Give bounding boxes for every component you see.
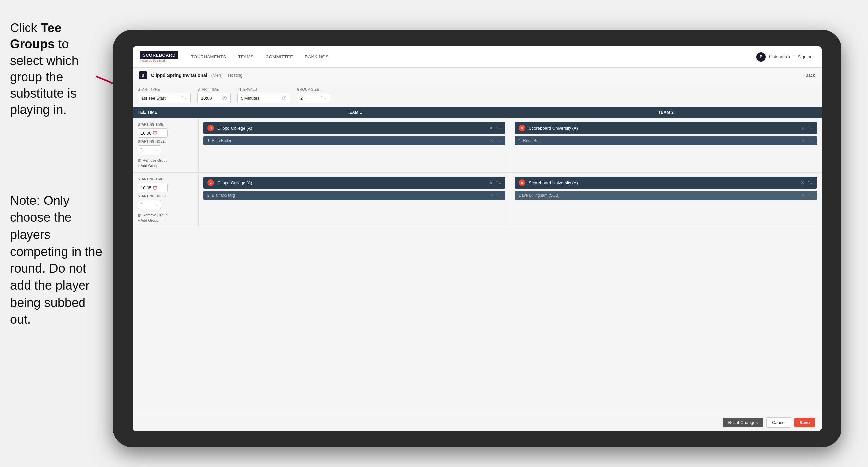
group-1-team2-actions: ✕ ⌃⌄ bbox=[801, 126, 813, 130]
group-size-label: Group Size bbox=[297, 88, 330, 91]
instruction-prefix: Click bbox=[10, 21, 41, 35]
user-name: blair admin bbox=[769, 54, 790, 59]
group-size-chevron: ⌃⌄ bbox=[320, 96, 326, 100]
time-clock-1: ⏰ bbox=[153, 131, 165, 135]
group-2-team2-actions: ✕ ⌃⌄ bbox=[801, 180, 813, 185]
group-1-player2-remove[interactable]: ✕ bbox=[802, 138, 805, 143]
group-1-team1-slot: C Clippd College (A) ✕ ⌃⌄ 1. Rich Butler… bbox=[199, 118, 510, 172]
nav-tournaments[interactable]: TOURNAMENTS bbox=[191, 54, 226, 59]
group-2-left: STARTING TIME: 10:05 ⏰ STARTING HOLE: 1 … bbox=[132, 173, 199, 227]
logo: SCOREBOARD Powered by clippd bbox=[141, 51, 178, 62]
save-button[interactable]: Save bbox=[795, 418, 815, 427]
bottom-bar: Reset Changes Cancel Save bbox=[132, 414, 822, 431]
start-type-label: Start Type bbox=[138, 88, 191, 91]
add-group-2-button[interactable]: + Add Group bbox=[138, 218, 193, 223]
group-1-team2-remove[interactable]: ✕ bbox=[801, 126, 804, 130]
group-1-player2-name: 1. Rees Britt bbox=[519, 138, 802, 143]
team1-header: Team 1 bbox=[199, 107, 510, 118]
group-2-team2-slot: S Scoreboard University (A) ✕ ⌃⌄ Dave Bi… bbox=[510, 173, 822, 227]
group-1-team1-actions: ✕ ⌃⌄ bbox=[489, 126, 501, 130]
group-1-team1-card[interactable]: C Clippd College (A) ✕ ⌃⌄ bbox=[204, 122, 505, 134]
trash-icon-1: 🗑 bbox=[138, 158, 142, 163]
group-size-input[interactable]: 2 ⌃⌄ bbox=[297, 93, 330, 104]
group-2-team1-remove[interactable]: ✕ bbox=[489, 180, 493, 185]
group-row: STARTING TIME: 10:00 ⏰ STARTING HOLE: 1 … bbox=[132, 118, 822, 173]
top-nav: SCOREBOARD Powered by clippd TOURNAMENTS… bbox=[132, 47, 822, 68]
start-type-chevron: ⌃⌄ bbox=[181, 96, 187, 100]
start-time-input[interactable]: 10:00 🕐 bbox=[197, 93, 230, 104]
group-1-team2-card[interactable]: S Scoreboard University (A) ✕ ⌃⌄ bbox=[515, 122, 817, 134]
group-row: STARTING TIME: 10:05 ⏰ STARTING HOLE: 1 … bbox=[132, 173, 822, 227]
sub-nav: B Clippd Spring Invitational (Men) Hosti… bbox=[132, 68, 822, 83]
group-1-team1-icon: C bbox=[207, 125, 214, 131]
intervals-clock: 🕐 bbox=[282, 96, 286, 100]
group-1-team1-name: Clippd College (A) bbox=[217, 126, 489, 130]
group-2-player2-remove[interactable]: ✕ bbox=[802, 193, 805, 198]
note-label: Note: bbox=[10, 194, 43, 207]
group-2-player2-chevron: ⌃⌄ bbox=[808, 194, 813, 197]
group-2-team2-icon: S bbox=[519, 179, 525, 186]
group-1-team2-chevron: ⌃⌄ bbox=[807, 126, 813, 130]
group-1-player2-card[interactable]: 1. Rees Britt ✕ ⌃⌄ bbox=[515, 136, 817, 145]
group-2-player2-card[interactable]: Dave Billingham (SUB) ✕ ⌃⌄ bbox=[515, 191, 817, 200]
start-time-clock: 🕐 bbox=[222, 96, 227, 100]
nav-teams[interactable]: TEAMS bbox=[238, 54, 254, 59]
instruction-text: Click Tee Groups to select which group t… bbox=[0, 13, 106, 125]
group-1-player2-actions: ✕ ⌃⌄ bbox=[802, 138, 813, 143]
start-type-input[interactable]: 1st Tee Start ⌃⌄ bbox=[138, 93, 191, 104]
group-1-player2-chevron: ⌃⌄ bbox=[808, 139, 813, 143]
nav-rankings[interactable]: RANKINGS bbox=[305, 54, 329, 59]
group-1-team1-chevron: ⌃⌄ bbox=[495, 126, 501, 130]
main-content: Start Type 1st Tee Start ⌃⌄ Start Time 1… bbox=[132, 83, 822, 431]
group-1-actions: 🗑 Remove Group + Add Group bbox=[138, 158, 193, 168]
group-1-player1-name: 1. Rich Butler bbox=[207, 138, 490, 143]
add-group-1-button[interactable]: + Add Group bbox=[138, 164, 193, 168]
group-2-player1-remove[interactable]: ✕ bbox=[490, 193, 493, 198]
group-2-hole-input[interactable]: 1 ⌃⌄ bbox=[138, 200, 161, 209]
group-1-player1-chevron: ⌃⌄ bbox=[496, 139, 501, 143]
note-bold: Only choose the players competing in the… bbox=[10, 194, 102, 326]
nav-right: B blair admin | Sign out bbox=[756, 52, 814, 62]
groups-container: STARTING TIME: 10:00 ⏰ STARTING HOLE: 1 … bbox=[132, 118, 822, 414]
intervals-label: Intervals bbox=[237, 88, 290, 91]
group-1-player1-card[interactable]: 1. Rich Butler ✕ ⌃⌄ bbox=[204, 136, 505, 145]
hole-arrows-1: ⌃⌄ bbox=[153, 148, 158, 152]
group-1-time-input[interactable]: 10:00 ⏰ bbox=[138, 128, 168, 138]
group-2-player2-actions: ✕ ⌃⌄ bbox=[802, 193, 813, 198]
sub-nav-icon: B bbox=[139, 71, 147, 79]
logo-sub: Powered by clippd bbox=[141, 59, 165, 62]
time-clock-2: ⏰ bbox=[153, 185, 165, 190]
tee-time-header: Tee Time bbox=[132, 107, 199, 118]
starting-hole-label-2: STARTING HOLE: bbox=[138, 194, 193, 198]
group-2-time-input[interactable]: 10:05 ⏰ bbox=[138, 183, 168, 192]
group-2-team1-chevron: ⌃⌄ bbox=[495, 181, 501, 185]
trash-icon-2: 🗑 bbox=[138, 213, 142, 217]
back-button[interactable]: ‹ Back bbox=[803, 72, 815, 78]
group-1-team1-remove[interactable]: ✕ bbox=[489, 126, 493, 130]
group-2-team1-slot: C Clippd College (A) ✕ ⌃⌄ 2. Blair McHar… bbox=[199, 173, 510, 227]
group-2-player1-chevron: ⌃⌄ bbox=[496, 194, 501, 197]
note-text: Note: Only choose the players competing … bbox=[0, 185, 113, 335]
group-2-team2-card[interactable]: S Scoreboard University (A) ✕ ⌃⌄ bbox=[515, 177, 817, 188]
group-1-hole-input[interactable]: 1 ⌃⌄ bbox=[138, 145, 161, 154]
group-2-player1-card[interactable]: 2. Blair McHarg ✕ ⌃⌄ bbox=[204, 191, 505, 200]
group-2-team1-icon: C bbox=[207, 179, 214, 186]
group-1-team2-slot: S Scoreboard University (A) ✕ ⌃⌄ 1. Rees… bbox=[510, 118, 822, 172]
group-1-player1-actions: ✕ ⌃⌄ bbox=[490, 138, 501, 143]
group-1-team2-icon: S bbox=[519, 125, 525, 131]
sign-out-link[interactable]: Sign out bbox=[798, 54, 814, 59]
group-2-team1-name: Clippd College (A) bbox=[217, 180, 489, 185]
group-2-team2-chevron: ⌃⌄ bbox=[807, 181, 813, 185]
cancel-button[interactable]: Cancel bbox=[766, 417, 791, 428]
start-type-field: Start Type 1st Tee Start ⌃⌄ bbox=[138, 88, 191, 104]
remove-group-2-button[interactable]: 🗑 Remove Group bbox=[138, 213, 193, 217]
group-2-team2-remove[interactable]: ✕ bbox=[801, 180, 804, 185]
tournament-gender: (Men) bbox=[211, 72, 223, 78]
group-1-player1-remove[interactable]: ✕ bbox=[490, 138, 493, 143]
remove-group-1-button[interactable]: 🗑 Remove Group bbox=[138, 158, 193, 163]
tablet-screen: SCOREBOARD Powered by clippd TOURNAMENTS… bbox=[132, 47, 822, 431]
group-2-team1-card[interactable]: C Clippd College (A) ✕ ⌃⌄ bbox=[204, 177, 505, 188]
reset-changes-button[interactable]: Reset Changes bbox=[723, 418, 763, 427]
intervals-input[interactable]: 5 Minutes 🕐 bbox=[237, 93, 290, 104]
nav-committee[interactable]: COMMITTEE bbox=[266, 54, 293, 59]
